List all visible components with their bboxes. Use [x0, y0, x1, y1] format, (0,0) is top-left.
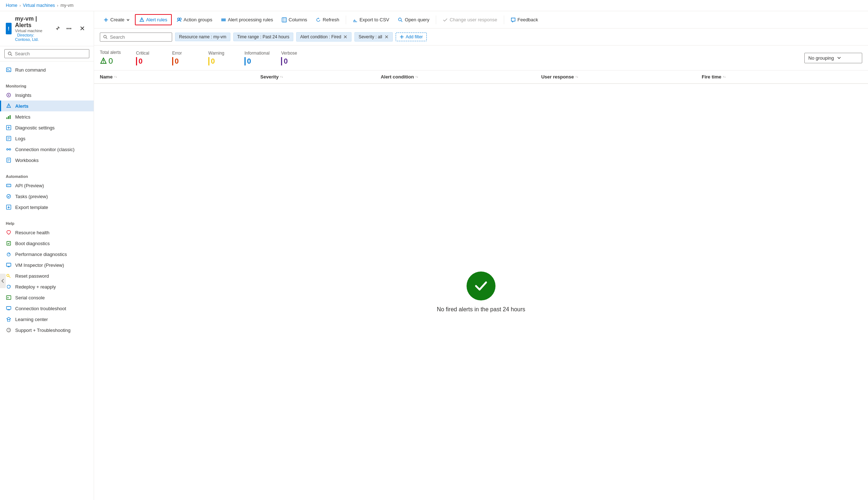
col-condition[interactable]: Alert condition ↑↓ — [381, 74, 541, 80]
breadcrumb-sep-2: › — [57, 4, 58, 8]
learning-icon — [6, 316, 12, 322]
alert-rules-button[interactable]: Alert rules — [135, 14, 172, 25]
sidebar-section-monitoring: Monitoring Insights Alert — [0, 78, 94, 168]
vm-inspector-label: VM Inspector (Preview) — [15, 262, 64, 268]
change-response-button[interactable]: Change user response — [439, 15, 501, 25]
col-severity[interactable]: Severity ↑↓ — [260, 74, 381, 80]
columns-button[interactable]: Columns — [278, 15, 311, 25]
more-options-button[interactable]: ••• — [65, 24, 73, 33]
tasks-preview-label: Tasks (preview) — [15, 194, 48, 199]
svg-text:?: ? — [8, 329, 10, 332]
refresh-button[interactable]: Refresh — [312, 15, 343, 25]
sidebar-search-input[interactable] — [15, 51, 86, 56]
sidebar-item-learning-center[interactable]: Learning center — [0, 314, 94, 325]
svg-rect-10 — [10, 115, 11, 119]
svg-rect-52 — [221, 20, 226, 21]
sidebar-item-boot-diagnostics[interactable]: Boot diagnostics — [0, 238, 94, 249]
sidebar-collapse-button[interactable] — [0, 274, 6, 288]
sidebar-section-automation: Automation API (Preview) Tasks (previ — [0, 168, 94, 215]
logo-text: ! — [8, 26, 9, 31]
alert-processing-icon — [221, 17, 226, 22]
sidebar-item-redeploy-reapply[interactable]: Redeploy + reapply — [0, 281, 94, 292]
sidebar-item-export-template[interactable]: Export template — [0, 202, 94, 213]
alert-processing-label: Alert processing rules — [228, 17, 273, 22]
feedback-button[interactable]: Feedback — [507, 15, 542, 25]
severity-close[interactable]: ✕ — [384, 34, 389, 40]
sidebar-item-metrics[interactable]: Metrics — [0, 111, 94, 122]
success-icon-circle — [467, 272, 495, 300]
action-groups-label: Action groups — [184, 17, 213, 22]
col-firetime[interactable]: Fire time ↑↓ — [702, 74, 862, 80]
alert-condition-filter-tag: Alert condition : Fired ✕ — [296, 32, 352, 42]
close-button[interactable]: ✕ — [77, 23, 88, 34]
breadcrumb-sep-1: › — [20, 4, 21, 8]
sidebar-search-area — [0, 46, 94, 61]
export-csv-button[interactable]: Export to CSV — [349, 15, 393, 25]
empty-state: No fired alerts in the past 24 hours — [94, 84, 868, 500]
monitoring-section-title: Monitoring — [0, 81, 94, 90]
sidebar-item-alerts[interactable]: Alerts — [0, 101, 94, 111]
workbooks-label: Workbooks — [15, 158, 39, 163]
grouping-select[interactable]: No grouping — [804, 53, 862, 63]
sidebar-tools: ••• — [54, 24, 73, 33]
metrics-label: Metrics — [15, 114, 30, 120]
sidebar-item-performance-diagnostics[interactable]: Performance diagnostics — [0, 249, 94, 260]
breadcrumb-vms[interactable]: Virtual machines — [23, 3, 55, 8]
plus-icon — [103, 17, 109, 22]
sidebar-item-api-preview[interactable]: API (Preview) — [0, 180, 94, 191]
sidebar-item-logs[interactable]: Logs — [0, 133, 94, 144]
content-area: Create Alert rules Action groups Alert p… — [94, 11, 868, 500]
sidebar-item-connection-monitor[interactable]: Connection monitor (classic) — [0, 144, 94, 155]
sidebar-item-run-command[interactable]: Run command — [0, 64, 94, 75]
filter-search-input[interactable] — [110, 34, 164, 40]
chevron-left-icon — [1, 279, 4, 283]
time-range-filter-tag[interactable]: Time range : Past 24 hours — [233, 33, 293, 41]
checkmark-icon — [472, 277, 490, 295]
sidebar-item-support-troubleshooting[interactable]: ? Support + Troubleshooting — [0, 325, 94, 336]
open-query-button[interactable]: Open query — [394, 15, 433, 25]
alert-processing-button[interactable]: Alert processing rules — [217, 15, 277, 25]
page-title: my-vm | Alerts — [15, 16, 51, 29]
breadcrumb-home[interactable]: Home — [6, 3, 17, 8]
alert-condition-close[interactable]: ✕ — [343, 34, 348, 40]
sort-name-icon: ↑↓ — [114, 76, 117, 78]
create-label: Create — [110, 17, 124, 22]
filter-search-box[interactable] — [100, 33, 172, 42]
svg-point-49 — [179, 18, 181, 20]
svg-rect-25 — [7, 184, 11, 187]
svg-rect-40 — [7, 307, 11, 309]
sidebar-item-tasks-preview[interactable]: Tasks (preview) — [0, 191, 94, 202]
create-button[interactable]: Create — [100, 15, 133, 25]
sidebar-item-serial-console[interactable]: Serial console — [0, 292, 94, 303]
add-filter-button[interactable]: Add filter — [396, 33, 427, 41]
sidebar-item-vm-inspector[interactable]: VM Inspector (Preview) — [0, 260, 94, 270]
boot-icon — [6, 240, 12, 246]
breadcrumb: Home › Virtual machines › my-vm — [0, 0, 868, 11]
svg-line-1 — [11, 54, 12, 56]
alerts-icon — [6, 103, 12, 109]
sidebar-item-workbooks[interactable]: Workbooks — [0, 155, 94, 166]
col-response[interactable]: User response ↑↓ — [541, 74, 702, 80]
sidebar-search-box[interactable] — [4, 49, 89, 58]
sort-condition-icon: ↑↓ — [415, 76, 418, 78]
sidebar-item-connection-troubleshoot[interactable]: Connection troubleshoot — [0, 303, 94, 314]
total-alerts-value: 0 — [100, 56, 124, 66]
col-name[interactable]: Name ↑↓ — [100, 74, 260, 80]
action-groups-button[interactable]: Action groups — [173, 15, 216, 25]
sidebar-item-diagnostic-settings[interactable]: Diagnostic settings — [0, 122, 94, 133]
refresh-icon — [316, 17, 321, 22]
sidebar-item-insights[interactable]: Insights — [0, 90, 94, 101]
svg-line-60 — [106, 38, 107, 39]
reset-password-label: Reset password — [15, 273, 49, 279]
export-csv-icon — [353, 17, 358, 22]
toolbar-divider-2 — [436, 16, 436, 24]
pin-button[interactable] — [54, 24, 62, 33]
grouping-chevron-icon — [837, 56, 841, 60]
sidebar-item-resource-health[interactable]: Resource health — [0, 227, 94, 238]
sidebar-title-area: my-vm | Alerts Virtual machine Directory… — [15, 16, 51, 42]
sidebar-header: ! my-vm | Alerts Virtual machine Directo… — [0, 11, 94, 46]
breadcrumb-current: my-vm — [60, 3, 73, 8]
sidebar-item-reset-password[interactable]: Reset password — [0, 270, 94, 281]
run-command-label: Run command — [15, 67, 46, 73]
alert-rules-label: Alert rules — [146, 17, 167, 22]
